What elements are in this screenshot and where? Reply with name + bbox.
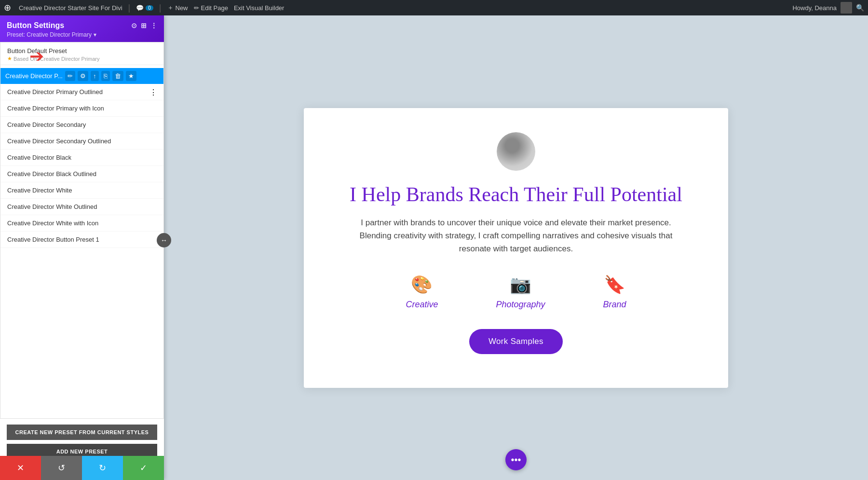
- save-button[interactable]: ✓: [123, 456, 164, 480]
- button-settings-panel: Button Settings ⊙ ⊞ ⋮ Preset: Creative D…: [0, 15, 164, 480]
- panel-header-icons: ⊙ ⊞ ⋮: [131, 22, 157, 29]
- create-preset-button[interactable]: CREATE NEW PRESET FROM CURRENT STYLES: [7, 425, 157, 440]
- toggle-sidebar-button[interactable]: ↔: [157, 233, 171, 247]
- undo-button[interactable]: ↺: [41, 456, 82, 480]
- preset-label: Preset: Creative Director Primary ▾: [7, 31, 157, 38]
- service-icons-row: 🎨 Creative 📷 Photography 🔖 Brand: [406, 274, 626, 310]
- avatar-image: [497, 132, 535, 171]
- redo-button[interactable]: ↻: [82, 456, 123, 480]
- page-content-card: I Help Brands Reach Their Full Potential…: [304, 108, 728, 388]
- page-body-text: I partner with brands to uncover their u…: [347, 216, 685, 256]
- preset-item[interactable]: Creative Director White Outlined: [0, 199, 163, 215]
- photography-icon: 📷: [510, 274, 531, 295]
- creative-icon: 🎨: [411, 274, 433, 295]
- page-heading: I Help Brands Reach Their Full Potential: [350, 182, 682, 206]
- preset-item[interactable]: Creative Director Black: [0, 150, 163, 166]
- user-avatar: [841, 2, 852, 14]
- edit-page-link[interactable]: ✏ Edit Page: [194, 4, 228, 12]
- preset-item[interactable]: Creative Director Primary Outlined: [0, 84, 163, 100]
- canvas-area: I Help Brands Reach Their Full Potential…: [164, 15, 868, 480]
- topbar-right: Howdy, Deanna 🔍: [792, 2, 864, 14]
- top-bar: ⊕ Creative Director Starter Site For Div…: [0, 0, 868, 15]
- photography-icon-item: 📷 Photography: [496, 274, 545, 310]
- preset-item[interactable]: Creative Director White: [0, 182, 163, 199]
- based-on-label: ★ Based On: Creative Director Primary: [7, 55, 157, 62]
- row-context-dots[interactable]: ⋮: [149, 88, 157, 97]
- photography-label: Photography: [496, 300, 545, 310]
- preset-item[interactable]: Creative Director White with Icon: [0, 215, 163, 232]
- floating-action-button[interactable]: •••: [505, 449, 527, 470]
- panel-title: Button Settings ⊙ ⊞ ⋮: [7, 21, 157, 30]
- brand-label: Brand: [603, 300, 626, 310]
- preset-item[interactable]: Creative Director Secondary: [0, 117, 163, 133]
- creative-label: Creative: [406, 300, 438, 310]
- default-preset-item: Button Default Preset ★ Based On: Creati…: [0, 42, 163, 65]
- site-link[interactable]: Creative Director Starter Site For Divi: [19, 4, 122, 12]
- profile-avatar: [497, 132, 535, 171]
- cancel-button[interactable]: ✕: [0, 456, 41, 480]
- active-preset-icons: ✏ ⚙ ↑ ⎘ 🗑 ★: [65, 71, 136, 81]
- upload-preset-icon[interactable]: ↑: [91, 71, 99, 81]
- star-icon: ★: [7, 55, 12, 62]
- brand-icon: 🔖: [604, 274, 625, 295]
- delete-preset-icon[interactable]: 🗑: [112, 71, 123, 81]
- new-link[interactable]: ＋ New: [167, 3, 188, 12]
- settings-preset-icon[interactable]: ⚙: [78, 71, 88, 81]
- comment-link[interactable]: 💬 0: [136, 4, 153, 12]
- bottom-bar: ✕ ↺ ↻ ✓: [0, 456, 164, 480]
- focus-icon[interactable]: ⊙: [131, 22, 137, 29]
- wordpress-icon: ⊕: [4, 2, 11, 13]
- preset-item[interactable]: Creative Director Button Preset 1: [0, 232, 163, 248]
- star-preset-icon[interactable]: ★: [126, 71, 136, 81]
- panel-header: Button Settings ⊙ ⊞ ⋮ Preset: Creative D…: [0, 15, 164, 42]
- cta-button[interactable]: Work Samples: [469, 329, 563, 354]
- preset-list-container: Button Default Preset ★ Based On: Creati…: [0, 42, 164, 419]
- brand-icon-item: 🔖 Brand: [603, 274, 626, 310]
- more-options-icon[interactable]: ⋮: [150, 22, 157, 29]
- preset-item[interactable]: Creative Director Black Outlined: [0, 166, 163, 182]
- separator: |: [128, 3, 131, 13]
- search-icon[interactable]: 🔍: [856, 4, 864, 12]
- creative-icon-item: 🎨 Creative: [406, 274, 438, 310]
- active-preset-row[interactable]: ➔ Creative Director P... ✏ ⚙ ↑ ⎘ 🗑 ★: [0, 68, 163, 84]
- preset-item[interactable]: Creative Director Primary with Icon: [0, 100, 163, 117]
- exit-builder-link[interactable]: Exit Visual Builder: [234, 4, 285, 12]
- preset-item[interactable]: Creative Director Secondary Outlined: [0, 133, 163, 150]
- layout-icon[interactable]: ⊞: [141, 22, 147, 29]
- separator2: |: [159, 3, 162, 13]
- duplicate-preset-icon[interactable]: ⎘: [101, 71, 110, 81]
- edit-preset-icon[interactable]: ✏: [65, 71, 75, 81]
